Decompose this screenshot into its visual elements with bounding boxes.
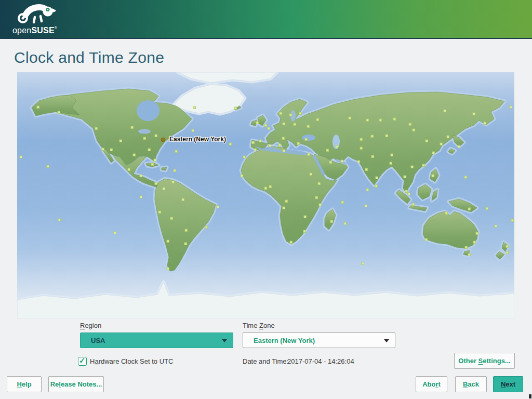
logo-reg-mark: ® — [55, 26, 57, 30]
back-button[interactable]: Back — [455, 376, 487, 392]
help-button[interactable]: Help — [7, 376, 42, 392]
hwclock-label-pre: H — [90, 357, 95, 365]
hwclock-label-rest: rdware Clock Set to UTC — [99, 357, 174, 365]
header-banner: openSUSE® — [0, 0, 532, 39]
timezone-label: Time Zone — [243, 322, 275, 329]
release-notes-pre: Re — [50, 380, 59, 388]
selected-timezone-marker — [161, 138, 165, 142]
back-rest: ack — [468, 380, 479, 388]
logo-open: open — [12, 26, 31, 35]
release-notes-button[interactable]: Release Notes... — [48, 376, 104, 392]
region-label: Region — [80, 322, 101, 329]
selected-timezone-label: Eastern (New York) — [169, 136, 226, 143]
release-notes-rest: ease Notes... — [61, 380, 102, 388]
abort-rest: t — [438, 380, 441, 388]
help-accel: H — [17, 380, 21, 388]
timezone-select[interactable]: Eastern (New York) — [243, 332, 395, 348]
region-label-rest: egion — [85, 322, 101, 329]
abort-button[interactable]: Abort — [416, 376, 447, 392]
mouse-cursor — [529, 394, 531, 398]
timezone-label-pre: Time — [243, 322, 259, 329]
timezone-label-rest: one — [263, 322, 275, 329]
world-map-svg[interactable] — [17, 72, 514, 319]
chevron-down-icon — [384, 339, 389, 342]
next-accel: N — [501, 380, 506, 388]
other-settings-accel: S — [478, 357, 483, 365]
region-select[interactable]: USA — [80, 332, 233, 348]
chevron-down-icon — [222, 339, 227, 342]
region-value: USA — [81, 337, 105, 344]
next-button[interactable]: Next — [493, 376, 523, 392]
abort-pre: Abo — [422, 380, 435, 388]
hardware-clock-checkbox[interactable] — [78, 357, 87, 366]
datetime-label: Date and Time: — [243, 357, 288, 365]
datetime-value: 2017-07-04 - 14:26:04 — [287, 357, 354, 365]
page-title: Clock and Time Zone — [14, 49, 164, 66]
logo-suse: SUSE — [31, 26, 54, 35]
logo-wordmark: openSUSE® — [12, 26, 57, 35]
installer-window: openSUSE® Clock and Time Zone — [0, 0, 532, 399]
hwclock-label-accel: a — [95, 357, 98, 365]
other-settings-button[interactable]: Other Settings... — [454, 353, 515, 369]
opensuse-logo: openSUSE® — [11, 2, 69, 36]
hardware-clock-label[interactable]: Hardware Clock Set to UTC — [90, 357, 173, 365]
timezone-label-accel: Z — [259, 322, 263, 329]
other-settings-rest: ettings... — [483, 357, 510, 365]
timezone-value: Eastern (New York) — [243, 337, 315, 344]
help-rest: elp — [22, 380, 32, 388]
next-rest: ext — [506, 380, 515, 388]
back-accel: B — [463, 380, 468, 388]
timezone-map[interactable]: Eastern (New York) — [17, 72, 514, 319]
region-label-accel: R — [80, 322, 85, 329]
other-settings-pre: Other — [458, 357, 478, 365]
